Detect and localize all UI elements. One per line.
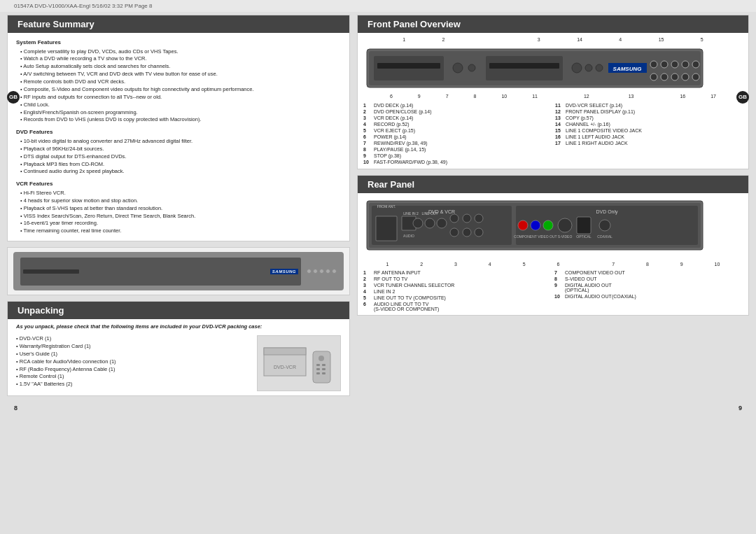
svg-point-45 [463, 214, 471, 223]
sys-feat-8: • Child Lock. [16, 101, 341, 109]
svg-rect-7 [316, 368, 320, 370]
feature-summary-section: Feature Summary System Features • Comple… [7, 15, 350, 241]
svg-rect-1 [264, 348, 306, 355]
svg-text:S-VIDEO: S-VIDEO [558, 234, 573, 239]
sys-feat-3: • Auto Setup automatically sets clock an… [16, 63, 341, 71]
fp-item-16: 16LINE 1 LEFT AUDIO JACK [555, 134, 743, 139]
unpacking-title: Unpacking [8, 302, 349, 319]
rp-item-7: 7COMPONENT VIDEO OUT [554, 270, 743, 275]
header-text: 01547A DVD-V1000/XAA-Engl 5/16/02 3:32 P… [14, 3, 152, 9]
svg-point-24 [650, 61, 657, 68]
fp-top-numbers: 1 2 3 14 4 15 5 [363, 37, 743, 43]
unpack-item-1: • DVD-VCR (1) [16, 335, 251, 343]
svg-text:SAMSUNG: SAMSUNG [613, 66, 642, 72]
svg-rect-10 [322, 372, 326, 374]
svg-point-40 [413, 218, 423, 228]
svg-point-26 [671, 61, 678, 68]
vcr-feat-1: • Hi-Fi Stereo VCR. [16, 190, 341, 197]
rp-num-3: 3 [454, 262, 457, 267]
fp-num-top-3: 3 [538, 37, 540, 42]
fp-item-2: 2DVD OPEN/CLOSE (p.14) [363, 109, 551, 114]
left-column: Feature Summary System Features • Comple… [7, 15, 350, 402]
rp-num-5: 5 [523, 262, 526, 267]
svg-point-27 [682, 61, 689, 68]
rp-item-2: 2RF OUT TO TV [363, 276, 552, 281]
svg-text:LINE IN 2: LINE IN 2 [403, 211, 419, 216]
svg-rect-18 [489, 63, 559, 69]
rp-bottom-numbers: 1 2 3 4 5 6 7 8 9 10 [363, 262, 743, 267]
fp-item-11: 11DVD-VCR SELECT (p.14) [555, 103, 743, 108]
svg-text:DVD-VCR: DVD-VCR [274, 365, 296, 370]
sys-feat-7: • RF inputs and outputs for connection t… [16, 94, 341, 101]
dvd-feat-3: • DTS digital output for DTS-enhanced DV… [16, 153, 341, 161]
front-panel-diagram: 1 2 3 14 4 15 5 [358, 33, 748, 100]
rp-item-3: 3VCR TUNER CHANNEL SELECTOR [363, 283, 552, 288]
device-image-left: SAMSUNG [7, 247, 350, 295]
rp-items-right: 7COMPONENT VIDEO OUT 8S-VIDEO OUT 9DIGIT… [554, 270, 743, 313]
vcr-feat-2: • 4 heads for superior slow motion and s… [16, 197, 341, 205]
svg-point-33 [692, 73, 699, 80]
fp-item-7: 7REWIND/REV (p.38, 49) [363, 141, 551, 146]
rear-panel-items-list: 1RF ANTENNA INPUT 2RF OUT TO TV 3VCR TUN… [358, 268, 748, 315]
fp-num-12: 12 [584, 94, 589, 99]
svg-point-29 [650, 73, 657, 80]
rp-num-4: 4 [489, 262, 491, 267]
unpack-item-5: • RF (Radio Frequency) Antenna Cable (1) [16, 366, 251, 374]
svg-point-44 [450, 214, 458, 223]
fp-item-13: 13COPY (p.57) [555, 115, 743, 120]
svg-point-49 [475, 228, 483, 237]
svg-point-4 [318, 356, 324, 361]
svg-point-52 [518, 220, 528, 230]
system-features-list: • Complete versatility to play DVD, VCDs… [16, 48, 341, 125]
sys-feat-5: • Remote controls both DVD and VCR decks… [16, 78, 341, 86]
rp-num-8: 8 [646, 262, 649, 267]
rp-num-1: 1 [386, 262, 388, 267]
fp-num-top-1: 1 [402, 37, 405, 42]
fp-item-4: 4RECORD (p.52) [363, 122, 551, 127]
fp-num-7: 7 [446, 94, 449, 99]
svg-point-54 [543, 220, 553, 230]
fp-item-17: 17LINE 1 RIGHT AUDIO JACK [555, 141, 743, 146]
svg-rect-14 [377, 63, 440, 69]
rp-item-9: 9DIGITAL AUDIO OUT(OPTICAL) [554, 283, 743, 293]
system-features-heading: System Features [16, 38, 341, 47]
svg-text:OPTICAL: OPTICAL [576, 234, 592, 239]
fp-num-11: 11 [532, 94, 538, 99]
svg-point-30 [661, 73, 668, 80]
dvd-features-heading: DVD Features [16, 128, 341, 136]
svg-text:FROM ANT.: FROM ANT. [377, 204, 396, 209]
unpacking-section: Unpacking As you unpack, please check th… [7, 301, 350, 396]
dvd-features-list: • 10-bit video digital to analog convert… [16, 138, 341, 176]
fp-num-8: 8 [474, 94, 477, 99]
vcr-feat-4: • VISS Index Search/Scan, Zero Return, D… [16, 213, 341, 220]
fp-item-8: 8PLAY/PAUSE (p.14, 15) [363, 147, 551, 152]
svg-point-42 [437, 218, 447, 228]
vcr-feat-6: • Time remaining counter, real time coun… [16, 227, 341, 235]
rear-panel-diagram: DVD & VCR AUDIO [358, 193, 748, 268]
rp-num-7: 7 [612, 262, 615, 267]
rp-item-1: 1RF ANTENNA INPUT [363, 270, 552, 275]
fp-items-right: 11DVD-VCR SELECT (p.14) 12FRONT PANEL DI… [555, 103, 743, 166]
fp-num-top-15: 15 [659, 37, 664, 42]
dvd-feat-4: • Playback MP3 files from CD-ROM. [16, 161, 341, 169]
page-number-right: 9 [738, 405, 742, 412]
svg-point-31 [671, 73, 678, 80]
rp-item-10: 10DIGITAL AUDIO OUT(COAXIAL) [554, 294, 743, 299]
svg-text:DVD Only: DVD Only [596, 209, 618, 215]
fp-item-9: 9STOP (p.38) [363, 153, 551, 158]
vcr-feat-5: • 16-event/1 year timer recording. [16, 220, 341, 227]
front-panel-items-list: 1DVD DECK (p.14) 2DVD OPEN/CLOSE (p.14) … [358, 100, 748, 169]
front-panel-title: Front Panel Overview [358, 15, 748, 33]
unpacking-content: As you unpack, please check that the fol… [8, 319, 349, 395]
gb-badge-right: GB [736, 91, 749, 104]
svg-rect-9 [316, 372, 320, 374]
fp-num-17: 17 [710, 94, 716, 99]
dvd-feat-2: • Playback of 96KHz/24-bit sources. [16, 146, 341, 153]
unpack-list: • DVD-VCR (1) • Warranty/Registration Ca… [16, 335, 251, 391]
vcr-features-heading: VCR Features [16, 180, 341, 188]
svg-text:COAXIAL: COAXIAL [597, 234, 612, 239]
rp-item-5: 5LINE OUT TO TV (COMPOSITE) [363, 295, 552, 300]
fp-item-10: 10FAST-FORWARD/FWD (p.38, 49) [363, 160, 551, 164]
fp-item-1: 1DVD DECK (p.14) [363, 103, 551, 108]
svg-point-47 [450, 228, 458, 237]
